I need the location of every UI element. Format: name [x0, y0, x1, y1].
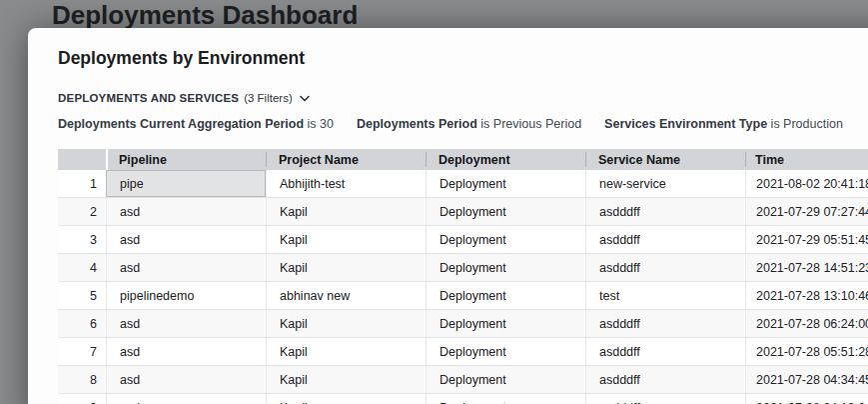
table-header-row: Pipeline Project Name Deployment Service…	[58, 149, 868, 170]
project-name-cell[interactable]: Kapil	[266, 310, 426, 337]
deployment-cell[interactable]: Deployment	[426, 282, 585, 309]
project-name-cell[interactable]: Kapil	[266, 254, 426, 281]
chevron-down-icon[interactable]	[300, 95, 310, 102]
table-row: 7 asd Kapil Deployment asdddff 2021-07-2…	[58, 338, 868, 366]
project-name-cell[interactable]: Kapil	[266, 338, 426, 365]
service-name-cell[interactable]: asdddff	[585, 226, 745, 253]
filter-item: Deployments Period is Previous Period	[357, 117, 581, 131]
filter-item: Deployments Current Aggregation Period i…	[58, 117, 334, 131]
time-cell[interactable]: 2021-07-28 04:34:45	[745, 366, 868, 393]
time-cell[interactable]: 2021-07-28 05:51:28	[745, 338, 868, 365]
service-name-cell[interactable]: asdddff	[585, 366, 745, 393]
service-name-cell[interactable]: asdddff	[585, 254, 745, 281]
row-number-cell: 9	[58, 394, 106, 404]
service-name-cell[interactable]: asdddff	[585, 394, 745, 404]
deployment-cell[interactable]: Deployment	[426, 170, 585, 197]
time-cell[interactable]: 2021-07-28 06:24:00	[745, 310, 868, 337]
column-header-deployment[interactable]: Deployment	[426, 149, 585, 170]
project-name-cell[interactable]: Kapil	[266, 198, 426, 225]
page-title: Deployments Dashboard	[52, 0, 358, 31]
service-name-cell[interactable]: test	[585, 282, 745, 309]
service-name-cell[interactable]: asdddff	[585, 338, 745, 365]
pipeline-cell[interactable]: pipelinedemo	[106, 282, 266, 309]
table-row: 3 asd Kapil Deployment asdddff 2021-07-2…	[58, 226, 868, 254]
deployment-cell[interactable]: Deployment	[426, 394, 585, 404]
pipeline-cell[interactable]: asd	[106, 254, 266, 281]
time-cell[interactable]: 2021-07-28 13:10:46	[745, 282, 868, 309]
service-name-cell[interactable]: asdddff	[585, 198, 745, 225]
row-number-cell: 5	[58, 282, 106, 309]
filters-header-label: DEPLOYMENTS AND SERVICES	[58, 92, 239, 104]
column-header-service-name[interactable]: Service Name	[585, 149, 745, 170]
pipeline-cell[interactable]: asd	[106, 198, 266, 225]
table-row: 4 asd Kapil Deployment asdddff 2021-07-2…	[58, 254, 868, 282]
row-number-cell: 2	[58, 198, 106, 225]
filter-condition: is Production	[771, 117, 843, 131]
project-name-cell[interactable]: abhinav new	[266, 282, 426, 309]
column-header-row-number	[58, 149, 106, 170]
filters-header-toggle[interactable]: DEPLOYMENTS AND SERVICES (3 Filters)	[58, 92, 310, 104]
time-cell[interactable]: 2021-07-28 04:13:04	[745, 394, 868, 404]
pipeline-cell[interactable]: asd	[106, 366, 266, 393]
row-number-cell: 4	[58, 254, 106, 281]
deployment-cell[interactable]: Deployment	[426, 338, 585, 365]
time-cell[interactable]: 2021-08-02 20:41:18	[745, 170, 868, 197]
row-number-cell: 1	[58, 170, 106, 197]
project-name-cell[interactable]: Kapil	[266, 394, 426, 404]
table-row: 6 asd Kapil Deployment asdddff 2021-07-2…	[58, 310, 868, 338]
pipeline-cell[interactable]: asd	[106, 394, 266, 404]
time-cell[interactable]: 2021-07-29 07:27:44	[745, 198, 868, 225]
deployment-cell[interactable]: Deployment	[426, 226, 585, 253]
filter-name: Deployments Period	[357, 117, 477, 131]
column-header-pipeline[interactable]: Pipeline	[106, 149, 266, 170]
project-name-cell[interactable]: Abhijith-test	[266, 170, 426, 197]
filter-name: Services Environment Type	[604, 117, 767, 131]
row-number-cell: 7	[58, 338, 106, 365]
deployment-cell[interactable]: Deployment	[426, 366, 585, 393]
pipeline-cell[interactable]: pipe	[106, 170, 266, 197]
table-row: 1 pipe Abhijith-test Deployment new-serv…	[58, 170, 868, 198]
pipeline-cell[interactable]: asd	[106, 226, 266, 253]
deployments-by-environment-modal: Deployments by Environment DEPLOYMENTS A…	[28, 28, 868, 404]
table-row: 9 asd Kapil Deployment asdddff 2021-07-2…	[58, 394, 868, 404]
table-row: 8 asd Kapil Deployment asdddff 2021-07-2…	[58, 366, 868, 394]
row-number-cell: 3	[58, 226, 106, 253]
column-header-project-name[interactable]: Project Name	[266, 149, 426, 170]
row-number-cell: 8	[58, 366, 106, 393]
service-name-cell[interactable]: new-service	[585, 170, 745, 197]
project-name-cell[interactable]: Kapil	[266, 366, 426, 393]
deployment-cell[interactable]: Deployment	[426, 198, 585, 225]
filter-condition: is Previous Period	[480, 117, 581, 131]
row-number-cell: 6	[58, 310, 106, 337]
filters-count: (3 Filters)	[244, 92, 293, 104]
table-row: 5 pipelinedemo abhinav new Deployment te…	[58, 282, 868, 310]
pipeline-cell[interactable]: asd	[106, 338, 266, 365]
column-header-time[interactable]: Time	[745, 149, 868, 170]
time-cell[interactable]: 2021-07-29 05:51:45	[745, 226, 868, 253]
table-row: 2 asd Kapil Deployment asdddff 2021-07-2…	[58, 198, 868, 226]
deployment-cell[interactable]: Deployment	[426, 310, 585, 337]
deployments-table: Pipeline Project Name Deployment Service…	[58, 149, 868, 404]
filter-name: Deployments Current Aggregation Period	[58, 117, 304, 131]
applied-filters-row: Deployments Current Aggregation Period i…	[58, 117, 868, 131]
project-name-cell[interactable]: Kapil	[266, 226, 426, 253]
filter-item: Services Environment Type is Production	[604, 117, 843, 131]
modal-title: Deployments by Environment	[58, 48, 868, 69]
pipeline-cell[interactable]: asd	[106, 310, 266, 337]
time-cell[interactable]: 2021-07-28 14:51:23	[745, 254, 868, 281]
deployment-cell[interactable]: Deployment	[426, 254, 585, 281]
service-name-cell[interactable]: asdddff	[585, 310, 745, 337]
filter-condition: is 30	[308, 117, 334, 131]
